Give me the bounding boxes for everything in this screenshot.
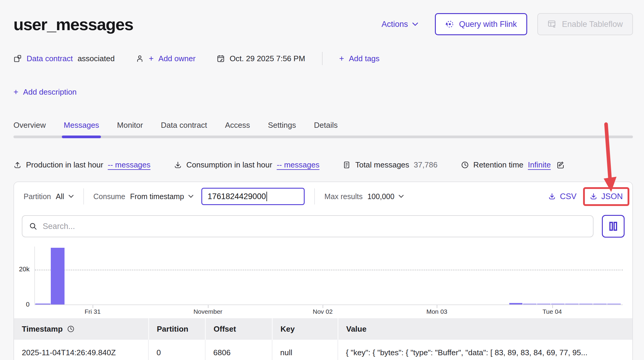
col-offset: Offset bbox=[205, 318, 272, 340]
chevron-down-icon bbox=[412, 22, 418, 26]
chart-bar bbox=[523, 304, 536, 304]
tab-overview[interactable]: Overview bbox=[13, 121, 46, 130]
consume-mode-value[interactable]: From timestamp bbox=[130, 192, 184, 201]
enable-tableflow-button[interactable]: Enable Tableflow bbox=[537, 13, 633, 35]
page-header: user_messages Actions Query with Flink bbox=[13, 13, 633, 35]
x-axis-tick-label: Nov 02 bbox=[313, 308, 333, 315]
x-axis-tick-label: Tue 04 bbox=[542, 308, 562, 315]
chart-bar bbox=[537, 304, 551, 304]
chart-bar bbox=[607, 304, 621, 304]
total-messages-value: 37,786 bbox=[414, 160, 438, 170]
search-icon bbox=[29, 222, 37, 230]
chevron-down-icon[interactable] bbox=[68, 195, 74, 198]
calendar-edit-icon bbox=[217, 54, 225, 63]
chevron-down-icon[interactable] bbox=[398, 195, 404, 198]
search-row bbox=[14, 215, 632, 238]
x-axis-tick bbox=[552, 305, 553, 308]
timestamp-input-value: 1761824429000 bbox=[208, 192, 266, 201]
schema-blocks-icon bbox=[13, 54, 22, 63]
csv-label: CSV bbox=[560, 192, 576, 201]
download-tray-icon bbox=[174, 161, 182, 169]
timestamp-input[interactable]: 1761824429000 bbox=[201, 188, 305, 205]
actions-dropdown[interactable]: Actions bbox=[381, 20, 418, 29]
col-value: Value bbox=[338, 318, 632, 340]
plus-glyph: + bbox=[149, 54, 154, 63]
messages-chart: 20k 0 Fri 31NovemberNov 02Mon 03Tue 04 bbox=[14, 247, 632, 316]
tab-details[interactable]: Details bbox=[314, 121, 338, 130]
chart-bar bbox=[509, 303, 522, 304]
cell-offset: 6806 bbox=[205, 340, 272, 360]
person-icon bbox=[136, 54, 144, 63]
col-key: Key bbox=[272, 318, 338, 340]
add-owner-button[interactable]: + Add owner bbox=[136, 54, 196, 63]
tab-messages[interactable]: Messages bbox=[64, 121, 99, 130]
add-description-button[interactable]: + Add description bbox=[13, 87, 633, 97]
chart-bar bbox=[35, 304, 50, 304]
document-lines-icon bbox=[343, 161, 351, 169]
retention-value-link[interactable]: Infinite bbox=[528, 160, 551, 170]
download-json-button[interactable]: JSON bbox=[590, 192, 623, 201]
max-results-label: Max results bbox=[324, 192, 363, 201]
consumption-messages-link[interactable]: -- messages bbox=[277, 160, 319, 170]
search-input[interactable] bbox=[43, 222, 586, 231]
y-axis-label-20k: 20k bbox=[14, 265, 30, 273]
pencil-square-icon[interactable] bbox=[556, 161, 565, 169]
add-description-label: Add description bbox=[23, 87, 76, 97]
partition-label: Partition bbox=[24, 192, 51, 201]
plus-glyph: + bbox=[339, 54, 344, 63]
chart-bar bbox=[565, 304, 579, 304]
partition-value[interactable]: All bbox=[56, 192, 64, 201]
chart-bar bbox=[51, 248, 65, 304]
messages-table: Timestamp Partition Offset Key Value 202… bbox=[14, 318, 632, 360]
x-axis-tick bbox=[323, 305, 323, 308]
y-axis-label-0: 0 bbox=[14, 301, 30, 308]
tab-data-contract[interactable]: Data contract bbox=[161, 121, 207, 130]
data-contract-link[interactable]: Data contract bbox=[27, 54, 73, 63]
toolbar-divider bbox=[314, 188, 315, 204]
meta-divider bbox=[322, 52, 323, 65]
json-label: JSON bbox=[601, 192, 623, 201]
download-tray-icon bbox=[590, 193, 597, 200]
consumption-label: Consumption in last hour bbox=[186, 160, 272, 170]
tableflow-icon bbox=[548, 20, 557, 29]
x-axis-tick-label: Mon 03 bbox=[426, 308, 447, 315]
search-box bbox=[22, 215, 594, 237]
add-owner-label: Add owner bbox=[158, 54, 195, 63]
text-caret bbox=[266, 192, 267, 201]
cell-partition: 0 bbox=[148, 340, 205, 360]
upload-tray-icon bbox=[13, 161, 22, 169]
production-messages-link[interactable]: -- messages bbox=[108, 160, 151, 170]
download-tray-icon bbox=[548, 193, 556, 200]
filter-toolbar: Partition All Consume From timestamp 176… bbox=[14, 182, 632, 211]
messages-panel: Partition All Consume From timestamp 176… bbox=[13, 181, 633, 360]
x-axis-tick bbox=[93, 305, 93, 308]
tab-access[interactable]: Access bbox=[225, 121, 250, 130]
total-messages-label: Total messages bbox=[355, 160, 409, 170]
download-csv-button[interactable]: CSV bbox=[548, 192, 576, 201]
tab-settings[interactable]: Settings bbox=[268, 121, 296, 130]
production-label: Production in last hour bbox=[26, 160, 103, 170]
add-tags-label: Add tags bbox=[349, 54, 380, 63]
clock-icon[interactable] bbox=[67, 325, 75, 333]
table-row[interactable]: 2025-11-04T14:26:49.840Z 0 6806 null { "… bbox=[14, 340, 632, 360]
cell-timestamp: 2025-11-04T14:26:49.840Z bbox=[14, 340, 148, 360]
enable-tableflow-label: Enable Tableflow bbox=[562, 20, 623, 29]
col-timestamp: Timestamp bbox=[14, 318, 148, 340]
chart-bar bbox=[579, 304, 593, 304]
chart-bar bbox=[551, 304, 565, 304]
tab-monitor[interactable]: Monitor bbox=[117, 121, 143, 130]
pause-icon bbox=[608, 221, 618, 232]
page-title: user_messages bbox=[13, 15, 133, 34]
data-contract-suffix: associated bbox=[78, 54, 115, 63]
toolbar-divider bbox=[83, 188, 84, 204]
add-tags-button[interactable]: + Add tags bbox=[339, 54, 380, 63]
stats-row: Production in last hour -- messages Cons… bbox=[13, 160, 633, 170]
pause-button[interactable] bbox=[602, 215, 625, 238]
max-results-value[interactable]: 100,000 bbox=[367, 192, 394, 201]
gridline-20k bbox=[35, 270, 623, 270]
table-header: Timestamp Partition Offset Key Value bbox=[14, 318, 632, 340]
query-with-flink-button[interactable]: Query with Flink bbox=[435, 13, 528, 35]
actions-label: Actions bbox=[381, 20, 408, 29]
x-axis-tick bbox=[437, 305, 437, 308]
chevron-down-icon[interactable] bbox=[188, 195, 194, 198]
